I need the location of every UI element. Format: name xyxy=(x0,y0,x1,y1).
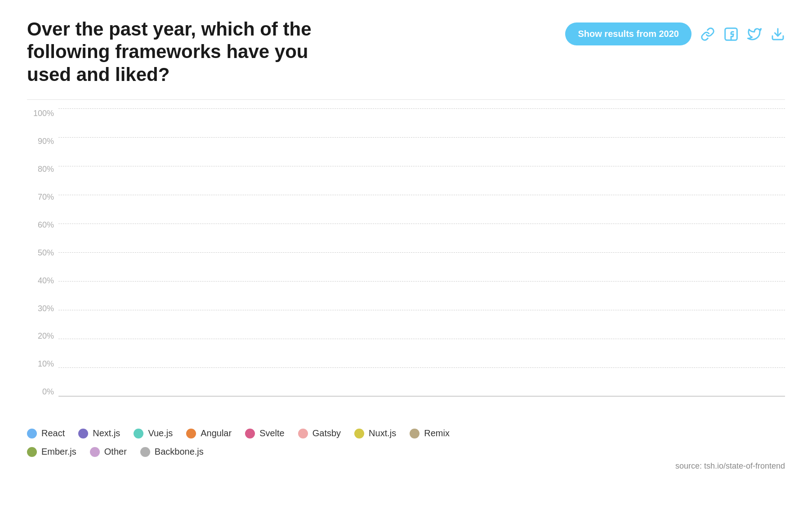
header-divider xyxy=(27,99,785,100)
legend-item-gatsby: Gatsby xyxy=(298,428,341,438)
legend-dot xyxy=(90,447,100,457)
y-axis: 0% 10% 20% 30% 40% 50% 60% 70% 80% 90% 1… xyxy=(27,109,58,397)
legend-row-1: ReactNext.jsVue.jsAngularSvelteGatsbyNux… xyxy=(27,428,785,438)
legend-dot xyxy=(245,429,255,438)
legend-label: Nuxt.js xyxy=(369,428,396,438)
legend-dot xyxy=(27,429,37,438)
legend-item-other: Other xyxy=(90,447,127,457)
legend-dot xyxy=(354,429,364,438)
grid-and-bars xyxy=(58,109,785,397)
header-actions: Show results from 2020 xyxy=(565,18,785,45)
legend-item-backbone-js: Backbone.js xyxy=(140,447,204,457)
y-label-70: 70% xyxy=(27,192,58,202)
legend-label: Gatsby xyxy=(312,428,341,438)
legend-row-2: Ember.jsOtherBackbone.js xyxy=(27,447,785,457)
legend-item-vue-js: Vue.js xyxy=(134,428,173,438)
legend-dot xyxy=(134,429,143,438)
legend-item-angular: Angular xyxy=(186,428,232,438)
legend-label: Backbone.js xyxy=(155,447,204,457)
legend-label: Angular xyxy=(201,428,232,438)
y-label-80: 80% xyxy=(27,165,58,174)
y-label-0: 0% xyxy=(27,387,58,397)
twitter-icon[interactable] xyxy=(747,27,762,41)
legend-label: Vue.js xyxy=(148,428,173,438)
y-label-30: 30% xyxy=(27,304,58,313)
y-label-100: 100% xyxy=(27,109,58,118)
legend-label: Ember.js xyxy=(41,447,76,457)
show-results-button[interactable]: Show results from 2020 xyxy=(565,22,692,45)
legend-dot xyxy=(27,447,37,457)
page-header: Over the past year, which of the followi… xyxy=(27,18,785,86)
x-axis-line xyxy=(58,396,785,397)
legend-item-svelte: Svelte xyxy=(245,428,285,438)
chart-legend: ReactNext.jsVue.jsAngularSvelteGatsbyNux… xyxy=(27,428,785,457)
y-label-60: 60% xyxy=(27,220,58,230)
page-title: Over the past year, which of the followi… xyxy=(27,18,342,86)
chart-area: 0% 10% 20% 30% 40% 50% 60% 70% 80% 90% 1… xyxy=(27,109,785,471)
bars-wrapper xyxy=(58,109,785,397)
legend-item-remix: Remix xyxy=(410,428,450,438)
y-label-50: 50% xyxy=(27,248,58,258)
legend-item-next-js: Next.js xyxy=(78,428,120,438)
legend-label: React xyxy=(41,428,65,438)
y-label-40: 40% xyxy=(27,276,58,286)
legend-dot xyxy=(298,429,308,438)
source-text: source: tsh.io/state-of-frontend xyxy=(27,461,785,471)
legend-label: Other xyxy=(104,447,127,457)
y-label-20: 20% xyxy=(27,331,58,341)
y-label-10: 10% xyxy=(27,359,58,369)
legend-label: Svelte xyxy=(259,428,285,438)
facebook-icon[interactable] xyxy=(724,27,738,41)
legend-label: Remix xyxy=(424,428,450,438)
legend-dot xyxy=(140,447,150,457)
legend-dot xyxy=(78,429,88,438)
chart-container: 0% 10% 20% 30% 40% 50% 60% 70% 80% 90% 1… xyxy=(27,109,785,415)
legend-item-react: React xyxy=(27,428,65,438)
y-label-90: 90% xyxy=(27,137,58,146)
legend-item-nuxt-js: Nuxt.js xyxy=(354,428,396,438)
legend-item-ember-js: Ember.js xyxy=(27,447,76,457)
legend-dot xyxy=(186,429,196,438)
link-icon[interactable] xyxy=(700,27,715,41)
legend-label: Next.js xyxy=(93,428,120,438)
legend-dot xyxy=(410,429,419,438)
download-icon[interactable] xyxy=(771,27,785,41)
